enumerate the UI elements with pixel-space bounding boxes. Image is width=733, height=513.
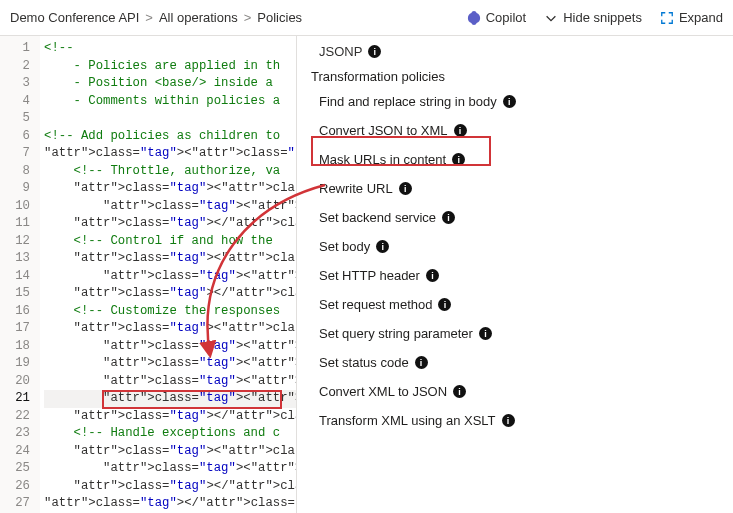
code-line: "attr">class="tag"><"attr">class="tagnam…: [44, 373, 296, 391]
code-line: [44, 110, 296, 128]
policy-item[interactable]: Set bodyi: [319, 239, 719, 254]
info-icon[interactable]: i: [399, 182, 412, 195]
code-line: "attr">class="tag"><"attr">class="tagnam…: [44, 460, 296, 478]
breadcrumb: Demo Conference API > All operations > P…: [10, 10, 302, 25]
copilot-button[interactable]: Copilot: [467, 10, 526, 25]
code-line: "attr">class="tag"><"attr">class="tagnam…: [44, 390, 296, 408]
policy-item[interactable]: Set query string parameteri: [319, 326, 719, 341]
code-line: "attr">class="tag"><"attr">class="tagnam…: [44, 443, 296, 461]
code-line: "attr">class="tag"></"attr">class="tagna…: [44, 285, 296, 303]
policy-label: Rewrite URL: [319, 181, 393, 196]
line-number: 3: [0, 75, 30, 93]
breadcrumb-separator: >: [244, 10, 252, 25]
line-number: 11: [0, 215, 30, 233]
code-line: "attr">class="tag"></"attr">class="tagna…: [44, 478, 296, 496]
info-icon[interactable]: i: [368, 45, 381, 58]
info-icon[interactable]: i: [415, 356, 428, 369]
breadcrumb-separator: >: [145, 10, 153, 25]
line-number: 7: [0, 145, 30, 163]
line-number: 12: [0, 233, 30, 251]
policy-item[interactable]: Convert XML to JSONi: [319, 384, 719, 399]
expand-button[interactable]: Expand: [660, 10, 723, 25]
code-line: <!-- Add policies as children to: [44, 128, 296, 146]
policy-label: Convert XML to JSON: [319, 384, 447, 399]
breadcrumb-item[interactable]: Policies: [257, 10, 302, 25]
hide-snippets-label: Hide snippets: [563, 10, 642, 25]
info-icon[interactable]: i: [479, 327, 492, 340]
policy-label: Set backend service: [319, 210, 436, 225]
policy-label: Set status code: [319, 355, 409, 370]
line-number: 27: [0, 495, 30, 513]
code-line: "attr">class="tag"><"attr">class="tagnam…: [44, 145, 296, 163]
line-number: 4: [0, 93, 30, 111]
line-number: 23: [0, 425, 30, 443]
info-icon[interactable]: i: [452, 153, 465, 166]
policy-item[interactable]: Rewrite URLi: [319, 181, 719, 196]
chevron-down-icon: [544, 11, 558, 25]
breadcrumb-item[interactable]: All operations: [159, 10, 238, 25]
code-line: <!--: [44, 40, 296, 58]
line-number: 26: [0, 478, 30, 496]
info-icon[interactable]: i: [453, 385, 466, 398]
policy-item[interactable]: Find and replace string in bodyi: [319, 94, 719, 109]
info-icon[interactable]: i: [438, 298, 451, 311]
line-number: 20: [0, 373, 30, 391]
code-line: "attr">class="tag"></"attr">class="tagna…: [44, 408, 296, 426]
line-number: 8: [0, 163, 30, 181]
code-line: "attr">class="tag"><"attr">class="tagnam…: [44, 198, 296, 216]
code-line: <!-- Throttle, authorize, va: [44, 163, 296, 181]
policy-label: Set body: [319, 239, 370, 254]
line-number: 22: [0, 408, 30, 426]
policy-label: Mask URLs in content: [319, 152, 446, 167]
line-number: 15: [0, 285, 30, 303]
hide-snippets-button[interactable]: Hide snippets: [544, 10, 642, 25]
code-line: - Policies are applied in th: [44, 58, 296, 76]
policy-label: Transform XML using an XSLT: [319, 413, 496, 428]
line-number: 19: [0, 355, 30, 373]
code-line: "attr">class="tag"><"attr">class="tagnam…: [44, 338, 296, 356]
toolbar-actions: Copilot Hide snippets Expand: [467, 10, 723, 25]
policy-label: Convert JSON to XML: [319, 123, 448, 138]
info-icon[interactable]: i: [442, 211, 455, 224]
section-title-transformation: Transformation policies: [311, 69, 719, 84]
code-line: "attr">class="tag"></"attr">class="tagna…: [44, 215, 296, 233]
policy-item[interactable]: Mask URLs in contenti: [319, 152, 719, 167]
line-number: 5: [0, 110, 30, 128]
line-number: 21: [0, 390, 30, 408]
line-number: 9: [0, 180, 30, 198]
top-bar: Demo Conference API > All operations > P…: [0, 0, 733, 36]
policy-item[interactable]: Set backend servicei: [319, 210, 719, 225]
policy-label: Set HTTP header: [319, 268, 420, 283]
policy-label: Find and replace string in body: [319, 94, 497, 109]
policy-item[interactable]: Transform XML using an XSLTi: [319, 413, 719, 428]
line-number-gutter: 1234567891011121314151617181920212223242…: [0, 36, 40, 513]
code-editor[interactable]: 1234567891011121314151617181920212223242…: [0, 36, 297, 513]
code-line: <!-- Control if and how the: [44, 233, 296, 251]
info-icon[interactable]: i: [376, 240, 389, 253]
expand-icon: [660, 11, 674, 25]
copilot-icon: [467, 11, 481, 25]
policy-label: Set query string parameter: [319, 326, 473, 341]
policy-list: Find and replace string in bodyiConvert …: [311, 94, 719, 428]
policy-item[interactable]: Set status codei: [319, 355, 719, 370]
snippets-panel: JSONP i Transformation policies Find and…: [297, 36, 733, 513]
policy-item[interactable]: Convert JSON to XMLi: [319, 123, 719, 138]
code-line: <!-- Handle exceptions and c: [44, 425, 296, 443]
code-line: "attr">class="tag"><"attr">class="tagnam…: [44, 355, 296, 373]
info-icon[interactable]: i: [454, 124, 467, 137]
line-number: 24: [0, 443, 30, 461]
policy-item[interactable]: Set HTTP headeri: [319, 268, 719, 283]
info-icon[interactable]: i: [502, 414, 515, 427]
code-content[interactable]: <!-- - Policies are applied in th - Posi…: [40, 36, 296, 513]
policy-jsonp[interactable]: JSONP i: [311, 44, 719, 59]
line-number: 2: [0, 58, 30, 76]
line-number: 17: [0, 320, 30, 338]
info-icon[interactable]: i: [503, 95, 516, 108]
line-number: 14: [0, 268, 30, 286]
code-line: "attr">class="tag"><"attr">class="tagnam…: [44, 268, 296, 286]
breadcrumb-item[interactable]: Demo Conference API: [10, 10, 139, 25]
policy-item[interactable]: Set request methodi: [319, 297, 719, 312]
copilot-label: Copilot: [486, 10, 526, 25]
info-icon[interactable]: i: [426, 269, 439, 282]
code-line: <!-- Customize the responses: [44, 303, 296, 321]
